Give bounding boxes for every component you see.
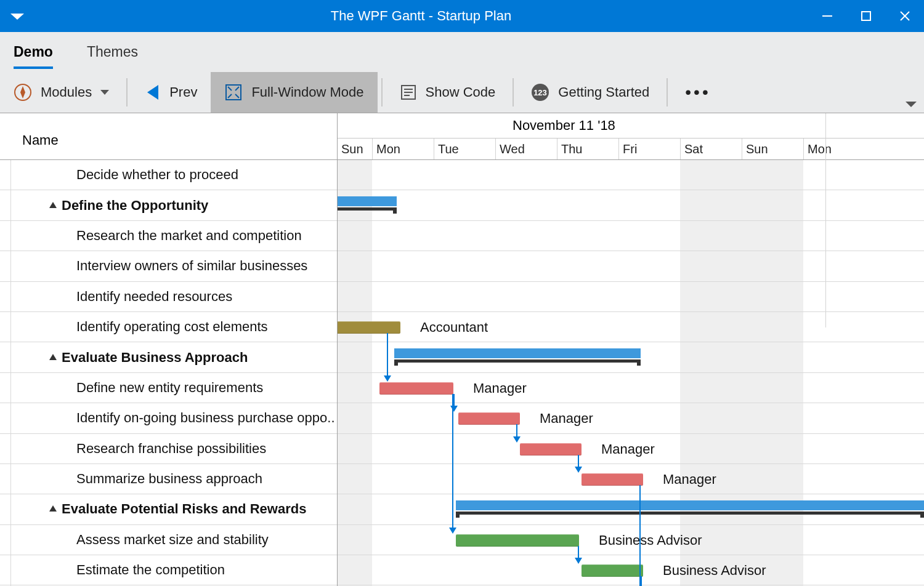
dependency-arrow-icon — [384, 375, 391, 382]
resource-label: Manager — [473, 380, 527, 396]
divider — [381, 78, 383, 106]
compass-icon — [14, 83, 32, 102]
name-column-header[interactable]: Name — [0, 113, 337, 160]
svg-line-13 — [235, 94, 239, 98]
minimize-button[interactable] — [808, 0, 846, 32]
collapse-icon[interactable] — [49, 505, 57, 512]
dependency-line — [578, 455, 579, 467]
summary-row[interactable]: Evaluate Business Approach — [0, 342, 337, 372]
fullwindow-button[interactable]: Full-Window Mode — [211, 72, 377, 113]
dependency-line — [387, 333, 388, 375]
showcode-button[interactable]: Show Code — [386, 72, 509, 113]
task-row[interactable]: Identify on-going business purchase oppo… — [0, 403, 337, 433]
task-row[interactable]: Decide whether to proceed — [0, 160, 337, 190]
tab-demo[interactable]: Demo — [14, 32, 53, 71]
dependency-arrow-icon — [575, 558, 582, 564]
task-row[interactable]: Research franchise possibilities — [0, 434, 337, 464]
fullscreen-icon — [224, 83, 243, 102]
dependency-line — [516, 424, 517, 436]
task-name: Interview owners of similar businesses — [11, 258, 312, 274]
showcode-label: Show Code — [426, 84, 496, 100]
prev-button[interactable]: Prev — [131, 72, 211, 113]
gantt-chart-body[interactable]: AccountantManagerManagerManagerManagerBu… — [338, 160, 924, 586]
steps-icon: 123 — [531, 83, 549, 102]
task-bar[interactable] — [379, 382, 453, 395]
ribbon-expand-button[interactable] — [906, 99, 917, 110]
modules-button[interactable]: Modules — [0, 72, 123, 113]
task-bar[interactable] — [582, 564, 643, 577]
svg-marker-6 — [20, 86, 25, 98]
maximize-button[interactable] — [846, 0, 885, 32]
task-name: Identify needed resources — [11, 289, 237, 305]
task-name: Summarize business approach — [11, 471, 267, 487]
dependency-arrow-icon — [575, 467, 582, 473]
task-row[interactable]: Define new entity requirements — [0, 373, 337, 403]
summary-bar[interactable] — [394, 348, 641, 358]
summary-baseline — [338, 207, 397, 211]
task-row[interactable]: Estimate the competition — [0, 555, 337, 585]
day-column: Sun — [742, 138, 803, 159]
collapse-icon[interactable] — [49, 202, 57, 208]
timeline-header: November 11 '18 SunMonTueWedThuFriSatSun… — [338, 113, 924, 160]
resource-label: Business Advisor — [599, 532, 702, 548]
app-menu-button[interactable] — [0, 0, 34, 32]
task-name: Evaluate Potential Risks and Rewards — [11, 501, 311, 517]
dependency-line — [641, 576, 642, 586]
task-name: Identify operating cost elements — [11, 319, 273, 335]
summary-baseline — [456, 512, 924, 515]
svg-marker-8 — [147, 85, 158, 100]
dependency-line — [578, 546, 579, 558]
task-name: Define new entity requirements — [11, 380, 268, 396]
task-bar[interactable] — [456, 534, 579, 547]
svg-marker-0 — [10, 14, 24, 20]
day-column: Sun — [338, 138, 372, 159]
more-button[interactable]: ••• — [671, 72, 724, 113]
task-row[interactable]: Identify needed resources — [0, 282, 337, 312]
chevron-down-icon — [100, 88, 109, 97]
divider — [513, 78, 514, 106]
task-name: Decide whether to proceed — [11, 167, 243, 183]
window-title: The WPF Gantt - Startup Plan — [34, 8, 808, 24]
summary-row[interactable]: Define the Opportunity — [0, 190, 337, 220]
task-row[interactable]: Identify operating cost elements — [0, 312, 337, 342]
close-button[interactable] — [885, 0, 924, 32]
svg-line-12 — [228, 94, 232, 98]
task-row[interactable]: Summarize business approach — [0, 464, 337, 494]
task-row[interactable]: Assess market size and stability — [0, 525, 337, 555]
task-bar[interactable] — [458, 412, 520, 425]
tab-themes[interactable]: Themes — [87, 32, 138, 71]
resource-label: Manager — [601, 441, 655, 457]
prev-label: Prev — [169, 84, 197, 100]
resource-label: Accountant — [420, 319, 488, 335]
summary-bar[interactable] — [338, 196, 397, 206]
day-column: Tue — [434, 138, 495, 159]
svg-text:123: 123 — [533, 88, 547, 97]
summary-bar[interactable] — [456, 500, 924, 510]
day-column: Mon — [803, 138, 865, 159]
dependency-line — [452, 394, 453, 528]
task-bar[interactable] — [520, 443, 582, 456]
task-bar[interactable] — [582, 473, 643, 486]
divider — [126, 78, 128, 106]
svg-line-11 — [235, 87, 239, 90]
dependency-arrow-icon — [513, 436, 521, 443]
gettingstarted-button[interactable]: 123 Getting Started — [517, 72, 663, 113]
task-list: Name Decide whether to proceedDefine the… — [0, 113, 338, 586]
svg-line-10 — [228, 87, 232, 90]
task-bar[interactable] — [338, 321, 400, 334]
task-row[interactable]: Research the market and competition — [0, 221, 337, 251]
collapse-icon[interactable] — [49, 354, 57, 360]
task-name: Research franchise possibilities — [11, 441, 271, 457]
task-name: Assess market size and stability — [11, 532, 274, 548]
summary-row[interactable]: Evaluate Potential Risks and Rewards — [0, 494, 337, 524]
summary-baseline — [394, 359, 641, 363]
modules-label: Modules — [41, 84, 92, 100]
prev-icon — [145, 83, 161, 102]
fullwindow-label: Full-Window Mode — [251, 84, 363, 100]
tab-demo-label: Demo — [14, 44, 53, 60]
task-row[interactable]: Interview owners of similar businesses — [0, 251, 337, 281]
code-icon — [400, 83, 417, 102]
task-name: Estimate the competition — [11, 562, 230, 578]
timeline-primary: November 11 '18 — [338, 113, 924, 138]
task-name: Research the market and competition — [11, 228, 307, 244]
